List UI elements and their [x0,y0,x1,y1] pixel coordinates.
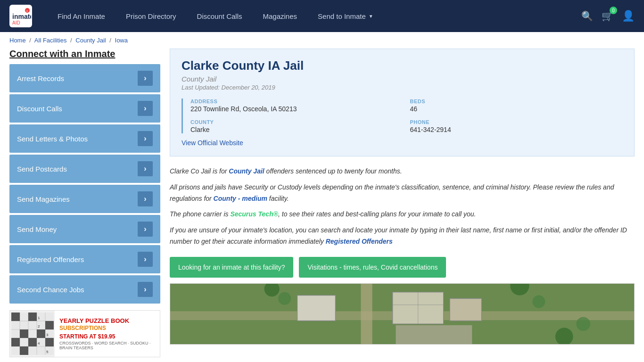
svg-rect-19 [11,338,20,346]
facility-updated: Last Updated: December 20, 2019 [182,84,623,91]
sidebar-item-registered-offenders[interactable]: Registered Offenders › [9,245,160,273]
visitation-button[interactable]: Visitations - times, rules, Covid cancel… [299,257,446,278]
county-value: Clarke [190,126,404,133]
sidebar-item-send-letters[interactable]: Send Letters & Photos › [9,124,160,153]
breadcrumb-county-jail[interactable]: County Jail [75,37,106,44]
find-inmate-button[interactable]: Looking for an inmate at this facility? [170,257,293,278]
svg-rect-21 [45,338,54,346]
ad-subtitle: SUBSCRIPTIONS [59,325,155,331]
phone-value: 641-342-2914 [410,126,623,133]
cart-badge: 0 [610,7,617,14]
sidebar-item-arrest-records[interactable]: Arrest Records › [9,64,160,92]
sidebar-item-send-money[interactable]: Send Money › [9,215,160,243]
breadcrumb-sep-1: / [29,37,31,44]
sidebar-menu: Arrest Records › Discount Calls › Send L… [9,64,160,304]
arrow-icon: › [138,71,153,86]
arrow-icon: › [138,191,153,206]
facility-card: Clarke County IA Jail County Jail Last U… [170,49,635,156]
phone-label: PHONE [410,119,623,125]
registered-offenders-link[interactable]: Registered Offenders [326,238,393,245]
sidebar-item-discount-calls[interactable]: Discount Calls › [9,94,160,123]
desc-para-3: The phone carrier is Securus Tech®, to s… [170,209,635,220]
arrow-icon: › [138,282,153,297]
nav-find-inmate[interactable]: Find An Inmate [47,0,116,32]
breadcrumb-iowa[interactable]: Iowa [115,37,128,44]
official-website-link[interactable]: View Official Website [182,139,243,147]
sidebar-item-second-chance-jobs[interactable]: Second Chance Jobs › [9,275,160,304]
beds-block: BEDS 46 [410,99,623,113]
arrow-icon: › [138,222,153,237]
breadcrumb-sep-3: / [109,37,111,44]
nav-magazines[interactable]: Magazines [252,0,307,32]
sidebar-ad[interactable]: 1 2 3 4 5 YEARLY PUZZLE BOOK SUBSCRIPTIO… [9,310,160,357]
desc-para-4: If you are unsure of your inmate's locat… [170,225,635,247]
ad-puzzle-image: 1 2 3 4 5 [10,311,55,357]
action-buttons: Looking for an inmate at this facility? … [170,257,635,278]
ad-description: CROSSWORDS · WORD SEARCH · SUDOKU · BRAI… [59,341,155,350]
address-label: ADDRESS [190,99,404,104]
puzzle-svg: 1 2 3 4 5 [11,313,54,355]
main-layout: Connect with an Inmate Arrest Records › … [0,49,644,362]
phone-block: PHONE 641-342-2914 [410,119,623,133]
svg-rect-16 [45,321,54,329]
beds-label: BEDS [410,99,623,104]
breadcrumb: Home / All Facilities / County Jail / Io… [0,32,644,49]
securus-link[interactable]: Securus Tech® [230,210,278,218]
cart-button[interactable]: 🛒 0 [602,10,613,22]
svg-text:2: 2 [38,324,40,329]
svg-text:1: 1 [38,316,40,320]
sidebar-item-send-magazines[interactable]: Send Magazines › [9,185,160,213]
nav-send-to-inmate[interactable]: Send to Inmate ▼ [307,0,384,32]
user-button[interactable]: 👤 [622,10,635,22]
sidebar-item-send-postcards[interactable]: Send Postcards › [9,155,160,183]
svg-text:AID: AID [12,20,20,25]
svg-rect-17 [20,329,28,338]
facility-image [170,283,635,345]
sidebar-item-label: Send Money [17,225,57,233]
county-jail-link[interactable]: County Jail [229,167,264,175]
address-value: 220 Townline Rd, Osceola, IA 50213 [190,105,404,113]
county-block: COUNTY Clarke [190,119,404,133]
desc-para-2: All prisons and jails have Security or C… [170,182,635,205]
arrow-icon: › [138,131,153,146]
svg-rect-34 [396,325,472,344]
facility-type: County Jail [182,75,623,83]
county-label: COUNTY [190,119,404,125]
search-button[interactable]: 🔍 [581,10,593,22]
address-block: ADDRESS 220 Townline Rd, Osceola, IA 502… [190,99,404,113]
site-header: inmate AID + Find An Inmate Prison Direc… [0,0,644,32]
svg-text:inmate: inmate [12,13,31,20]
sidebar-item-label: Second Chance Jobs [17,286,84,294]
county-medium-link[interactable]: County - medium [214,195,267,202]
svg-rect-20 [28,338,37,346]
breadcrumb-home[interactable]: Home [9,37,26,44]
svg-rect-22 [20,346,28,355]
facility-name: Clarke County IA Jail [182,58,623,73]
svg-point-40 [576,317,590,331]
arrow-icon: › [138,161,153,176]
info-grid: ADDRESS 220 Townline Rd, Osceola, IA 502… [182,99,623,133]
sidebar-item-label: Send Postcards [17,165,67,173]
nav-prison-directory[interactable]: Prison Directory [116,0,187,32]
svg-rect-33 [297,295,336,321]
sidebar-item-label: Discount Calls [17,105,62,113]
facility-description: Clarke Co Jail is for County Jail offend… [170,164,635,257]
svg-point-38 [532,295,545,308]
sidebar-item-label: Arrest Records [17,74,64,82]
logo-icon: inmate AID + [9,5,32,27]
svg-rect-18 [37,329,45,338]
desc-para-1: Clarke Co Jail is for County Jail offend… [170,166,635,177]
sidebar-item-label: Registered Offenders [17,255,84,263]
arrow-icon: › [138,101,153,116]
svg-text:4: 4 [38,341,40,346]
svg-point-36 [278,292,291,305]
sidebar-item-label: Send Letters & Photos [17,135,88,143]
ad-text: YEARLY PUZZLE BOOK SUBSCRIPTIONS STARTIN… [55,313,160,354]
svg-rect-32 [450,298,481,321]
sidebar: Connect with an Inmate Arrest Records › … [9,49,160,357]
logo-area[interactable]: inmate AID + [9,5,33,27]
header-icons: 🔍 🛒 0 👤 [581,10,635,22]
breadcrumb-all-facilities[interactable]: All Facilities [34,37,67,44]
content-area: Clarke County IA Jail County Jail Last U… [170,49,635,357]
nav-discount-calls[interactable]: Discount Calls [187,0,253,32]
